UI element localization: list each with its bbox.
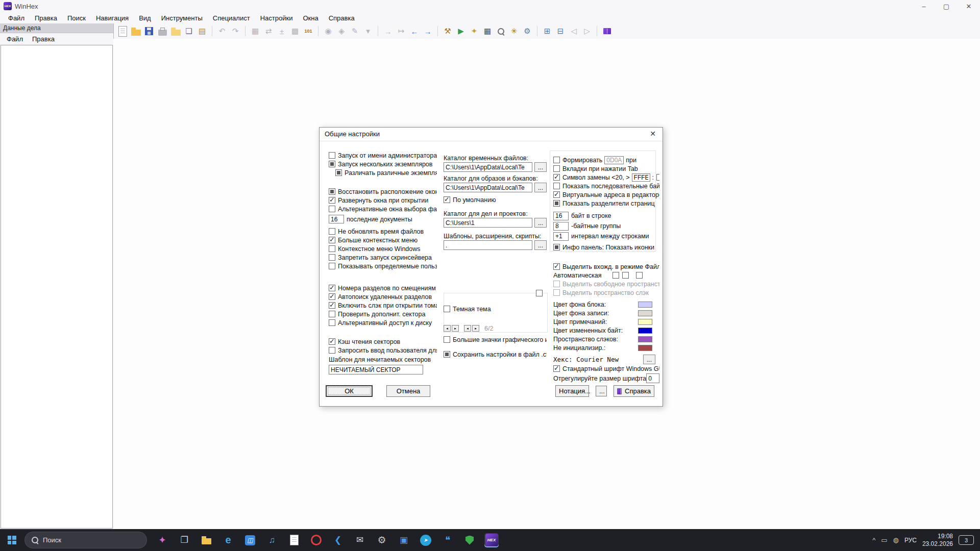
replacement-char-input[interactable] xyxy=(632,173,650,182)
windows-context-menu-checkbox[interactable] xyxy=(329,245,335,252)
menu-navigation[interactable]: Навигация xyxy=(91,13,134,23)
replace-icon[interactable]: ✎ xyxy=(349,25,361,37)
automatic-checkbox-2[interactable] xyxy=(622,272,629,279)
clipboard-icon[interactable]: ▤ xyxy=(196,25,208,37)
wand-icon[interactable]: ✳ xyxy=(508,25,520,37)
temp-folder-input[interactable] xyxy=(444,162,532,172)
maximize-windows-checkbox[interactable] xyxy=(329,197,335,204)
hex-font-browse-button[interactable]: ... xyxy=(643,355,655,364)
sector-read-cache-checkbox[interactable] xyxy=(329,338,335,345)
calculator-icon[interactable]: ▦ xyxy=(481,25,494,37)
spin-right-button-2[interactable]: ▸ xyxy=(472,325,479,332)
menu-window[interactable]: Окна xyxy=(298,13,323,23)
notes-color-swatch[interactable] xyxy=(638,319,652,325)
menu-view[interactable]: Вид xyxy=(134,13,156,23)
start-button[interactable] xyxy=(0,529,23,551)
modify-data-icon[interactable]: ± xyxy=(276,25,288,37)
maximize-button[interactable]: ▢ xyxy=(935,0,958,12)
no-update-file-times-checkbox[interactable] xyxy=(329,228,335,235)
more-options-button[interactable]: ... xyxy=(596,386,607,396)
alternative-disk-access-checkbox[interactable] xyxy=(329,319,335,326)
convert-icon[interactable]: ⇄ xyxy=(262,25,275,37)
navigate-forward-icon[interactable]: → xyxy=(422,25,434,37)
large-icons-checkbox[interactable] xyxy=(444,336,450,343)
restore-window-layout-checkbox[interactable] xyxy=(329,188,335,195)
messages-button[interactable]: ❝ xyxy=(440,533,455,547)
dialog-close-icon[interactable]: ✕ xyxy=(647,130,658,139)
font-size-input[interactable] xyxy=(646,373,659,383)
case-menu-file[interactable]: Файл xyxy=(2,35,28,43)
disable-screensaver-checkbox[interactable] xyxy=(329,254,335,261)
line-spacing-input[interactable] xyxy=(553,232,569,241)
print-icon[interactable] xyxy=(156,25,168,37)
bytes-per-line-input[interactable] xyxy=(553,212,569,220)
minimize-button[interactable]: – xyxy=(913,0,935,12)
prev-window-icon[interactable]: ◁ xyxy=(568,25,580,37)
gear-icon[interactable]: ⚙ xyxy=(521,25,533,37)
info-panel-icons-checkbox[interactable] xyxy=(553,244,560,251)
file-explorer-button[interactable] xyxy=(199,533,213,547)
page-separators-checkbox[interactable] xyxy=(553,200,560,207)
highlight-slack-space-checkbox[interactable] xyxy=(553,289,560,296)
search-lens-icon[interactable] xyxy=(495,25,507,37)
automatic-checkbox-3[interactable] xyxy=(636,272,643,279)
converter-101-icon[interactable]: 101 xyxy=(302,25,314,37)
include-slack-checkbox[interactable] xyxy=(329,302,335,309)
default-folder-checkbox[interactable] xyxy=(444,196,450,203)
spin-left-button[interactable]: ◂ xyxy=(444,325,451,332)
help-book-icon[interactable] xyxy=(601,25,613,37)
language-indicator[interactable]: РУС xyxy=(904,537,917,544)
search-input[interactable]: Поиск xyxy=(24,532,147,548)
notification-button[interactable]: 3 xyxy=(959,535,974,545)
prompt-user-input-checkbox[interactable] xyxy=(329,347,335,354)
images-folder-browse-button[interactable]: ... xyxy=(534,183,547,192)
go-forward-icon[interactable]: → xyxy=(382,25,394,37)
ok-button[interactable]: ОК xyxy=(326,385,373,397)
dark-theme-checkbox[interactable] xyxy=(444,306,450,312)
scripts-icon[interactable]: ▶ xyxy=(455,25,467,37)
temp-folder-browse-button[interactable]: ... xyxy=(534,162,547,172)
menu-tools[interactable]: Инструменты xyxy=(156,13,208,23)
byte-groups-input[interactable] xyxy=(553,222,569,231)
close-button[interactable]: ✕ xyxy=(958,0,980,12)
mail-button[interactable]: ✉ xyxy=(353,533,367,547)
menu-search[interactable]: Поиск xyxy=(62,13,91,23)
opera-button[interactable] xyxy=(309,533,323,547)
multiple-instances-checkbox[interactable] xyxy=(329,161,335,167)
tray-display-icon[interactable]: ▭ xyxy=(881,536,887,544)
projects-folder-browse-button[interactable]: ... xyxy=(534,218,547,228)
continue-search-icon[interactable]: ▾ xyxy=(362,25,374,37)
run-as-admin-checkbox[interactable] xyxy=(329,152,335,159)
automatic-checkbox-1[interactable] xyxy=(612,272,619,279)
replacement-extra-checkbox[interactable] xyxy=(656,174,659,181)
save-icon[interactable] xyxy=(143,25,155,37)
go-to-end-icon[interactable]: ↦ xyxy=(395,25,407,37)
telegram-button[interactable]: ➤ xyxy=(419,533,433,547)
template-manager-icon[interactable]: ⊟ xyxy=(554,25,567,37)
hidden-icons-chevron[interactable]: ^ xyxy=(872,536,875,544)
distinguish-instances-checkbox[interactable] xyxy=(335,169,342,176)
open-file-icon[interactable] xyxy=(130,25,142,37)
menu-options[interactable]: Настройки xyxy=(255,13,298,23)
clock[interactable]: 19:08 23.02.2026 xyxy=(922,533,953,548)
find-text-icon[interactable]: ◉ xyxy=(322,25,334,37)
media-player-button[interactable]: ♫ xyxy=(265,533,279,547)
replacement-char-checkbox[interactable] xyxy=(553,174,560,181)
help-button[interactable]: Справка xyxy=(614,385,654,397)
cancel-button[interactable]: Отмена xyxy=(386,385,430,397)
tools-icon[interactable]: ⚒ xyxy=(442,25,454,37)
task-view-button[interactable]: ❐ xyxy=(177,533,191,547)
format-newline-input[interactable] xyxy=(604,156,624,164)
slack-space-color-swatch[interactable] xyxy=(638,336,652,342)
data-interpreter-icon[interactable]: ▦ xyxy=(249,25,261,37)
navigate-back-icon[interactable]: ← xyxy=(408,25,421,37)
edge-button[interactable]: e xyxy=(221,533,235,547)
notepad-button[interactable] xyxy=(287,533,301,547)
autodetect-deleted-partitions-checkbox[interactable] xyxy=(329,293,335,300)
format-newline-checkbox[interactable] xyxy=(553,157,560,163)
menu-file[interactable]: Файл xyxy=(3,13,30,23)
redo-icon[interactable]: ↷ xyxy=(229,25,241,37)
modified-bytes-color-swatch[interactable] xyxy=(638,328,652,334)
menu-specialist[interactable]: Специалист xyxy=(208,13,255,23)
settings-button[interactable]: ⚙ xyxy=(375,533,389,547)
